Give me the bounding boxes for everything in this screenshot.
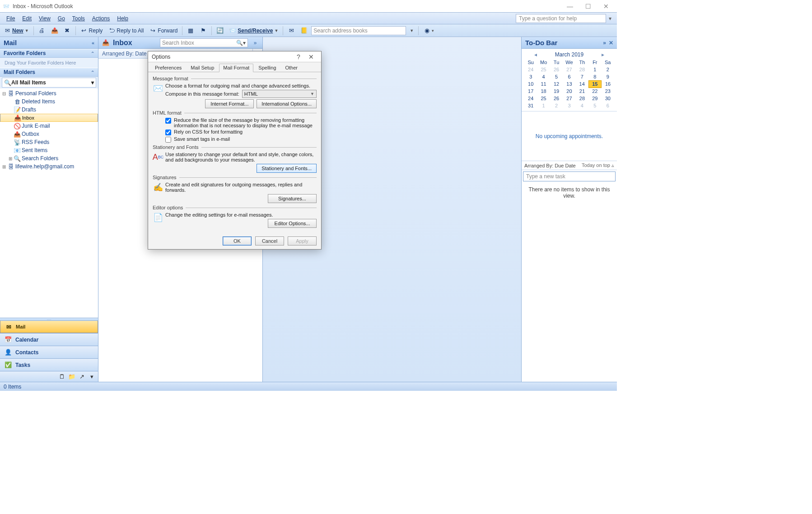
reply-all-button[interactable]: ⮌Reply to All [106, 26, 145, 36]
maximize-button[interactable]: ☐ [579, 0, 597, 13]
shortcuts-icon[interactable]: ↗ [78, 373, 85, 380]
help-dropdown-icon[interactable]: ▾ [606, 15, 614, 22]
calendar-day[interactable]: 9 [602, 73, 614, 80]
internet-format-button[interactable]: Internet Format... [205, 99, 254, 108]
print-button[interactable]: 🖨 [37, 26, 47, 36]
stationery-fonts-button[interactable]: Stationery and Fonts... [257, 164, 317, 173]
new-task-input[interactable]: Type a new task [523, 171, 616, 181]
tree-junk[interactable]: 🚫Junk E-mail [0, 122, 98, 130]
month-label[interactable]: March 2019 [555, 51, 583, 58]
ok-button[interactable]: OK [223, 236, 252, 245]
forward-button[interactable]: ↪Forward [147, 26, 179, 36]
prev-month-icon[interactable]: ◂ [534, 51, 537, 58]
mail-folders-header[interactable]: Mail Folders⌃ [0, 68, 98, 77]
calendar-day[interactable]: 4 [576, 102, 588, 109]
menu-view[interactable]: View [35, 14, 54, 23]
chk-smart-tags[interactable]: Save smart tags in e-mail [165, 136, 317, 143]
calendar-day[interactable]: 1 [537, 102, 550, 109]
delete-button[interactable]: ✖ [62, 26, 73, 36]
calendar-day[interactable]: 18 [537, 88, 550, 95]
calendar-day[interactable]: 3 [563, 102, 575, 109]
calendar-day[interactable]: 17 [524, 88, 537, 95]
tree-account[interactable]: ⊞🗄lifewire.help@gmail.com [0, 162, 98, 171]
next-month-icon[interactable]: ▸ [602, 51, 604, 58]
send-receive-split[interactable]: 🔄 [215, 26, 225, 36]
tree-personal-folders[interactable]: ⊟🗄Personal Folders [0, 89, 98, 97]
menu-tools[interactable]: Tools [69, 14, 89, 23]
cancel-button[interactable]: Cancel [255, 236, 284, 245]
favorite-folders-header[interactable]: Favorite Folders⌃ [0, 49, 98, 58]
tab-spelling[interactable]: Spelling [254, 64, 280, 72]
calendar-day[interactable]: 28 [576, 95, 588, 102]
folder-list-icon[interactable]: 📁 [68, 373, 75, 380]
tab-mail-setup[interactable]: Mail Setup [187, 64, 218, 72]
tree-deleted-items[interactable]: 🗑Deleted Items [0, 97, 98, 106]
calendar-day[interactable]: 25 [537, 66, 550, 73]
reply-button[interactable]: ↩Reply [79, 26, 105, 36]
send-receive-button[interactable]: 📨Send/Receive▼ [227, 26, 280, 36]
menu-go[interactable]: Go [54, 14, 69, 23]
menu-help[interactable]: Help [113, 14, 132, 23]
new-button[interactable]: ✉New▼ [2, 26, 31, 36]
move-button[interactable]: 📤 [49, 26, 60, 36]
apply-button[interactable]: Apply [288, 236, 317, 245]
menu-file[interactable]: File [3, 14, 19, 23]
calendar-day[interactable]: 27 [563, 95, 575, 102]
mark-read-button[interactable]: ✉ [286, 26, 297, 36]
search-options-icon[interactable]: » [252, 40, 259, 46]
minimize-button[interactable]: — [561, 0, 579, 13]
address-book-dropdown[interactable]: ▼ [408, 26, 415, 36]
search-inbox-input[interactable]: Search Inbox 🔍▾ [160, 38, 248, 47]
calendar-day[interactable]: 6 [602, 102, 614, 109]
nav-button-tasks[interactable]: ✅Tasks [0, 358, 98, 371]
calendar-day[interactable]: 24 [524, 66, 537, 73]
chk-css-font[interactable]: Rely on CSS for font formatting [165, 129, 317, 135]
followup-button[interactable]: ⚑ [198, 26, 209, 36]
tab-other[interactable]: Other [281, 64, 302, 72]
task-arrange-by[interactable]: Arranged By: Due DateToday on top ▵ [522, 161, 617, 170]
calendar-day[interactable]: 27 [563, 66, 575, 73]
nav-button-mail[interactable]: ✉Mail [0, 320, 98, 333]
notes-icon[interactable]: 🗒 [58, 373, 65, 380]
menu-edit[interactable]: Edit [19, 14, 35, 23]
tree-sent[interactable]: 📧Sent Items [0, 146, 98, 154]
dialog-close-button[interactable]: ✕ [305, 53, 317, 60]
calendar-day[interactable]: 5 [550, 73, 563, 80]
calendar-day[interactable]: 22 [588, 88, 601, 95]
nav-button-calendar[interactable]: 📅Calendar [0, 333, 98, 346]
close-todo-icon[interactable]: ✕ [609, 40, 613, 46]
collapse-nav-icon[interactable]: « [92, 40, 94, 46]
calendar-day[interactable]: 3 [524, 73, 537, 80]
international-options-button[interactable]: International Options... [257, 99, 317, 108]
calendar-day[interactable]: 23 [602, 88, 614, 95]
calendar-day[interactable]: 28 [576, 66, 588, 73]
close-button[interactable]: ✕ [597, 0, 615, 13]
calendar-day[interactable]: 26 [550, 66, 563, 73]
tree-search-folders[interactable]: ⊞🔍Search Folders [0, 154, 98, 162]
calendar-day[interactable]: 13 [563, 80, 575, 88]
editor-options-button[interactable]: Editor Options... [268, 219, 317, 228]
calendar-day[interactable]: 11 [537, 80, 550, 88]
calendar-day[interactable]: 5 [588, 102, 601, 109]
calendar-day[interactable]: 16 [602, 80, 614, 88]
calendar-day[interactable]: 21 [576, 88, 588, 95]
calendar-day[interactable]: 19 [550, 88, 563, 95]
compose-format-select[interactable]: HTML▼ [242, 90, 317, 98]
calendar-day[interactable]: 7 [576, 73, 588, 80]
tree-drafts[interactable]: 📝Drafts [0, 106, 98, 114]
menu-actions[interactable]: Actions [89, 14, 113, 23]
calendar-day[interactable]: 26 [550, 95, 563, 102]
tree-outbox[interactable]: 📤Outbox [0, 130, 98, 138]
tree-rss[interactable]: 📡RSS Feeds [0, 138, 98, 146]
tab-preferences[interactable]: Preferences [151, 64, 186, 72]
expand-todo-icon[interactable]: » [603, 40, 606, 46]
dialog-help-button[interactable]: ? [292, 53, 305, 60]
calendar-day[interactable]: 29 [588, 95, 601, 102]
calendar-day[interactable]: 24 [524, 95, 537, 102]
calendar-day[interactable]: 30 [602, 95, 614, 102]
calendar-day[interactable]: 6 [563, 73, 575, 80]
address-book-icon-button[interactable]: 📒 [299, 26, 309, 36]
calendar-day[interactable]: 2 [550, 102, 563, 109]
calendar-day[interactable]: 4 [537, 73, 550, 80]
calendar-day[interactable]: 8 [588, 73, 601, 80]
